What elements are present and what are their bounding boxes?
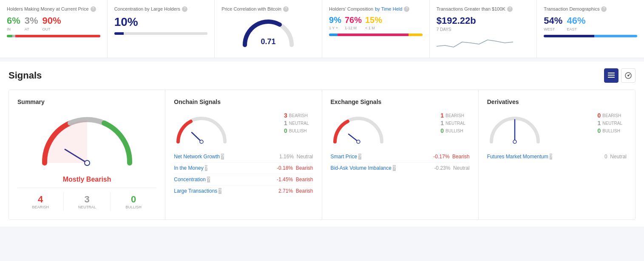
svg-rect-1 (608, 75, 615, 76)
neutral-label: NEUTRAL (64, 205, 110, 209)
comp-12m-val: 76% (345, 15, 362, 25)
help-icon-itm[interactable]: ? (205, 165, 208, 171)
summary-gauge-svg (36, 112, 138, 171)
exchange-panel-title: Exchange Signals (331, 98, 470, 105)
signals-grid: Summary Mostly Bearish 4 BE (9, 90, 635, 220)
price-correlation-gauge: 0.71 (221, 15, 315, 47)
onchain-neutral-lbl: NEUTRAL (289, 121, 309, 126)
futures-momentum-name[interactable]: Futures Market Momentum ? (487, 154, 553, 160)
onchain-gauge-svg (174, 112, 229, 146)
comp-lt1m-label: < 1 M (365, 26, 375, 30)
bearish-label: BEARISH (17, 205, 63, 209)
transactions-val: $192.22b (437, 15, 476, 26)
help-icon-2[interactable]: ? (182, 6, 187, 12)
help-icon[interactable]: ? (91, 6, 96, 12)
derivatives-gauge-svg (487, 112, 542, 146)
concentration-signal-name[interactable]: Concentration ? (174, 177, 210, 182)
svg-point-11 (357, 140, 360, 143)
count-neutral: 3 NEUTRAL (64, 192, 110, 211)
onchain-counts: 3 BEARISH 1 NEUTRAL 0 BULLISH (284, 112, 313, 134)
in-the-money-name[interactable]: In the Money ? (174, 165, 207, 171)
demographics-east-label: EAST (567, 27, 577, 31)
gauge-view-button[interactable] (621, 68, 635, 83)
bid-ask-name[interactable]: Bid-Ask Volume Imbalance ? (331, 165, 396, 171)
derivatives-bearish-row: 0 BEARISH (598, 112, 621, 119)
help-icon-ba[interactable]: ? (393, 165, 396, 171)
exchange-neutral-row: 1 NEUTRAL (440, 120, 465, 126)
card-title-transactions-100k: Transactions Greater than $100K ? (437, 6, 530, 12)
pb-conc-empty (124, 32, 208, 35)
card-title-holders-composition: Holders' Composition by Time Held ? (329, 6, 423, 12)
signal-panel-onchain: Onchain Signals 3 BEARISH 1 NEUT (165, 90, 322, 219)
onchain-bullish-lbl: BULLISH (289, 129, 307, 133)
summary-counts: 4 BEARISH 3 NEUTRAL 0 BULLISH (17, 188, 156, 211)
exchange-gauge-svg (331, 112, 386, 146)
onchain-top: 3 BEARISH 1 NEUTRAL 0 BULLISH (174, 112, 313, 146)
pb-comp-12m (338, 34, 409, 36)
comp-1y-label: 1 Y + (329, 26, 338, 30)
help-icon-sp[interactable]: ? (358, 154, 361, 160)
onchain-panel-title: Onchain Signals (174, 98, 313, 105)
in-the-money-val: -0.18% Bearish (277, 165, 313, 171)
signal-row-net-network-growth: Net Network Growth ? 1.16% Neutral (174, 151, 313, 163)
help-icon-4[interactable]: ? (404, 6, 409, 12)
card-holders-money: Holders Making Money at Current Price ? … (0, 0, 108, 58)
derivatives-neutral-row: 1 NEUTRAL (598, 120, 622, 126)
exchange-neutral-lbl: NEUTRAL (445, 121, 465, 126)
net-network-growth-name[interactable]: Net Network Growth ? (174, 154, 224, 160)
list-icon (608, 73, 615, 79)
pb-out (15, 35, 100, 37)
exchange-bullish-row: 0 BULLISH (440, 127, 463, 134)
derivatives-bearish-lbl: BEARISH (602, 113, 621, 118)
transactions-sublabel: 7 DAYS (437, 27, 530, 32)
demographics-west-val: 54% (544, 15, 562, 26)
smart-price-name[interactable]: Smart Price ? (331, 154, 361, 160)
signal-row-smart-price: Smart Price ? -0.17% Bearish (331, 151, 470, 163)
net-network-growth-val: 1.16% Neutral (279, 154, 313, 160)
pb-comp-lt1m (409, 34, 423, 36)
list-view-button[interactable] (604, 68, 618, 83)
pb-comp-1y (329, 34, 338, 36)
derivatives-bullish-row: 0 BULLISH (598, 127, 620, 134)
sparkline-container (437, 34, 530, 52)
onchain-bearish-lbl: BEARISH (289, 113, 308, 118)
derivatives-bullish-num: 0 (598, 127, 601, 134)
svg-line-8 (192, 132, 201, 142)
signal-panel-summary: Summary Mostly Bearish 4 BE (9, 90, 165, 219)
derivatives-panel-title: Derivatives (487, 98, 627, 105)
card-title-transaction-demographics: Transaction Demographics ? (544, 6, 637, 12)
card-title-holders-money: Holders Making Money at Current Price ? (7, 6, 100, 12)
help-icon-5[interactable]: ? (507, 6, 513, 12)
signal-row-in-the-money: In the Money ? -0.18% Bearish (174, 163, 313, 174)
large-transactions-name[interactable]: Large Transactions ? (174, 188, 221, 194)
help-icon-conc[interactable]: ? (207, 177, 210, 182)
bid-ask-val: -0.23% Neutral (434, 165, 469, 171)
exchange-bullish-num: 0 (440, 127, 444, 134)
onchain-signal-rows: Net Network Growth ? 1.16% Neutral In th… (174, 151, 313, 196)
composition-progress-bar (329, 34, 423, 36)
pb-conc-fill (114, 32, 124, 35)
comp-1y-val: 9% (329, 15, 341, 25)
demographics-progress-bar (544, 35, 637, 37)
bullish-label: BULLISH (111, 205, 156, 209)
help-icon-3[interactable]: ? (283, 6, 289, 12)
help-icon-fm[interactable]: ? (550, 154, 553, 160)
summary-gauge-wrapper (17, 112, 156, 171)
signal-panel-exchange: Exchange Signals 1 BEARISH 1 NEUTRAL (322, 90, 479, 219)
holders-at-val: 3% (25, 15, 38, 26)
gauge-icon (625, 72, 632, 79)
holders-progress-bar (7, 35, 100, 37)
help-icon-6[interactable]: ? (601, 6, 607, 12)
holders-at-label: AT (25, 27, 29, 31)
exchange-bullish-lbl: BULLISH (445, 129, 463, 133)
onchain-bearish-num: 3 (284, 112, 287, 119)
exchange-bearish-num: 1 (440, 112, 444, 119)
holders-in-val: 6% (7, 15, 20, 26)
onchain-neutral-num: 1 (284, 120, 287, 126)
card-transactions-100k: Transactions Greater than $100K ? $192.2… (430, 0, 537, 58)
exchange-top: 1 BEARISH 1 NEUTRAL 0 BULLISH (331, 112, 470, 146)
demographics-east-val: 46% (567, 15, 585, 26)
derivatives-neutral-lbl: NEUTRAL (602, 121, 622, 126)
help-icon-lt[interactable]: ? (218, 188, 221, 194)
help-icon-nng[interactable]: ? (221, 154, 224, 160)
